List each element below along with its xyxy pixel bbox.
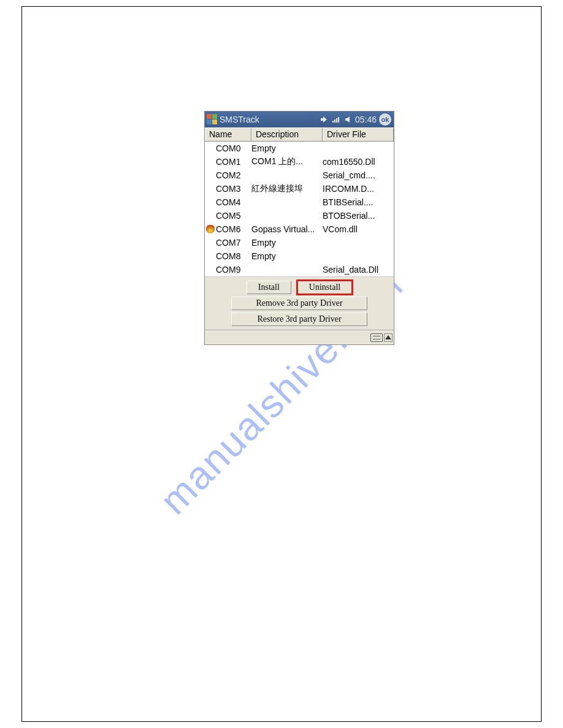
row-description: COM1 上的... <box>251 156 323 167</box>
row-name: COM2 <box>216 170 251 180</box>
app-title: SMSTrack <box>220 115 259 124</box>
header-description[interactable]: Description <box>251 128 323 141</box>
row-name: COM5 <box>216 211 251 221</box>
table-header: Name Description Driver File <box>205 127 394 142</box>
signal-icon <box>332 115 340 124</box>
row-name: COM4 <box>216 197 251 207</box>
install-button[interactable]: Install <box>247 281 291 294</box>
uninstall-button[interactable]: Uninstall <box>297 281 352 294</box>
table-row[interactable]: COM8 Empty <box>205 249 394 263</box>
row-driver: com16550.Dll <box>323 157 394 167</box>
status-icons <box>320 115 353 124</box>
row-driver: BTIBSerial.... <box>323 197 394 207</box>
page-frame: manualshive.com SMSTrack 05:46 ok <box>21 6 542 722</box>
row-driver: VCom.dll <box>323 224 394 234</box>
table-row[interactable]: COM2 Serial_cmd.... <box>205 169 394 182</box>
table-row[interactable]: COM0 Empty <box>205 142 394 155</box>
row-name: COM6 <box>216 224 251 234</box>
svg-rect-3 <box>338 117 339 123</box>
volume-icon <box>344 115 353 124</box>
sync-icon <box>320 115 328 124</box>
button-area: Install Uninstall Remove 3rd party Drive… <box>205 276 394 330</box>
table-row[interactable]: COM6 Gopass Virtual... VCom.dll <box>205 222 394 236</box>
chevron-up-icon[interactable] <box>384 333 393 342</box>
table-row[interactable]: COM5 BTOBSerial... <box>205 209 394 222</box>
table-row[interactable]: COM3 紅外線連接埠 IRCOMM.D... <box>205 182 394 195</box>
table-row[interactable]: COM9 Serial_data.Dll <box>205 263 394 276</box>
remove-driver-button[interactable]: Remove 3rd party Driver <box>231 297 367 310</box>
title-bar: SMSTrack 05:46 ok <box>205 112 394 127</box>
row-driver: IRCOMM.D... <box>323 184 394 194</box>
row-driver: Serial_data.Dll <box>323 265 394 275</box>
row-name: COM9 <box>216 265 251 275</box>
pocketpc-window: SMSTrack 05:46 ok Name Description Drive… <box>204 111 394 345</box>
table-row[interactable]: COM7 Empty <box>205 236 394 249</box>
keyboard-icon[interactable] <box>370 333 383 342</box>
fire-icon <box>206 225 215 233</box>
bottom-bar <box>205 330 394 344</box>
row-name: COM8 <box>216 251 251 261</box>
svg-rect-0 <box>332 121 334 123</box>
row-description: Empty <box>251 238 323 248</box>
row-name: COM3 <box>216 184 251 194</box>
row-driver: Serial_cmd.... <box>323 170 394 180</box>
row-description: Gopass Virtual... <box>251 224 323 234</box>
svg-rect-2 <box>336 118 337 123</box>
row-name: COM7 <box>216 238 251 248</box>
table-row[interactable]: COM1 COM1 上的... com16550.Dll <box>205 155 394 169</box>
svg-marker-4 <box>345 116 350 123</box>
ok-button[interactable]: ok <box>379 113 391 126</box>
row-name: COM1 <box>216 157 251 167</box>
table-row[interactable]: COM4 BTIBSerial.... <box>205 195 394 209</box>
windows-logo-icon[interactable] <box>206 113 218 126</box>
row-description: Empty <box>251 251 323 261</box>
clock-text: 05:46 <box>355 115 377 124</box>
restore-driver-button[interactable]: Restore 3rd party Driver <box>231 313 367 326</box>
row-name: COM0 <box>216 143 251 153</box>
svg-rect-1 <box>334 119 335 123</box>
row-description: 紅外線連接埠 <box>251 183 323 194</box>
header-driver[interactable]: Driver File <box>323 128 394 141</box>
header-name[interactable]: Name <box>205 128 251 141</box>
table-body: COM0 Empty COM1 COM1 上的... com16550.Dll … <box>205 142 394 276</box>
row-icon <box>205 225 216 233</box>
row-driver: BTOBSerial... <box>323 211 394 221</box>
row-description: Empty <box>251 143 323 153</box>
